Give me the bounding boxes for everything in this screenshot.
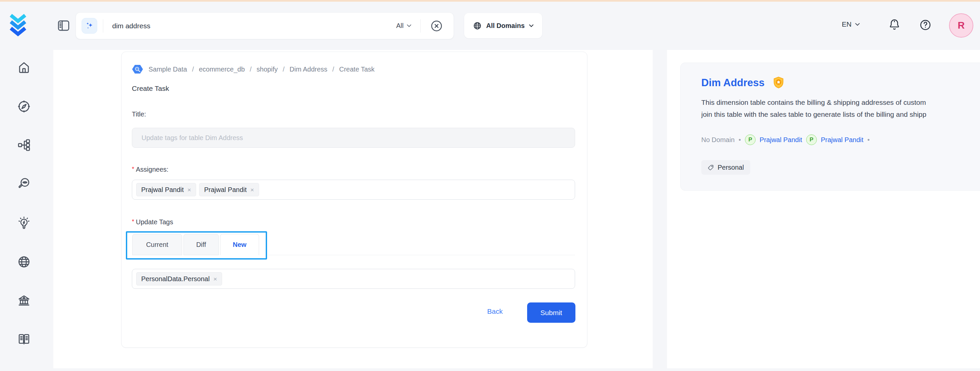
sidebar-item-governance[interactable] [17,293,31,308]
open-book-icon [17,332,31,346]
tags-input[interactable]: PersonalData.Personal × [132,269,575,289]
back-button[interactable]: Back [487,308,503,316]
update-tags-tabs: Current Diff New [132,234,259,255]
asset-tag-label: Personal [718,164,744,171]
breadcrumb-item[interactable]: ecommerce_db [199,65,245,73]
asset-title-row: Dim Address [701,76,785,89]
asset-description: This dimension table contains the billin… [701,97,980,120]
tag-chip[interactable]: PersonalData.Personal × [136,272,222,285]
breadcrumb-item[interactable]: Sample Data [148,65,187,73]
page-title: Create Task [132,84,169,92]
tag-icon [708,164,714,171]
magnifier-eye-icon [17,176,31,190]
remove-icon[interactable]: × [188,187,191,193]
chevron-down-icon [529,24,533,27]
breadcrumb-separator: / [250,65,252,73]
breadcrumb-item-current: Create Task [339,65,374,73]
app-logo[interactable] [9,13,27,37]
search-input[interactable]: dim address [112,22,396,30]
search-scope-label: All [396,22,404,30]
sidebar-item-discovery[interactable] [17,176,31,190]
breadcrumb-separator: / [192,65,194,73]
sidebar-item-web[interactable] [17,255,31,269]
tab-diff[interactable]: Diff [183,234,219,255]
sidebar-item-workflows[interactable] [17,138,31,152]
bigquery-connector-icon [132,63,143,75]
tab-current[interactable]: Current [132,234,182,255]
breadcrumb-item[interactable]: shopify [257,65,278,73]
assignee-chip-label: Prajwal Pandit [204,186,247,193]
meta-separator-dot: • [867,136,870,144]
create-task-card: Sample Data / ecommerce_db / shopify / D… [121,52,587,348]
lightbulb-bolt-icon [17,216,31,230]
sidebar-collapse-button[interactable] [57,19,71,33]
global-search-bar[interactable]: dim address All [76,12,454,39]
ai-search-badge[interactable] [81,18,97,33]
clear-search-button[interactable] [430,19,444,33]
owner-avatar: P [806,135,817,145]
remove-icon[interactable]: × [250,187,254,193]
remove-icon[interactable]: × [213,276,217,282]
breadcrumb-separator: / [332,65,334,73]
required-asterisk: * [132,166,134,172]
breadcrumb: Sample Data / ecommerce_db / shopify / D… [132,63,375,75]
title-input[interactable] [132,128,575,148]
asset-preview-panel: Dim Address This dimension table contain… [667,50,980,368]
globe-icon [17,255,31,269]
update-tags-field-label: *Update Tags [132,218,173,226]
asset-tag-chip[interactable]: Personal [701,160,750,175]
breadcrumb-separator: / [283,65,285,73]
user-avatar-initial: R [958,20,965,31]
sidebar-item-explore[interactable] [17,100,31,113]
language-label: EN [842,20,851,28]
required-asterisk: * [132,218,134,225]
owner-link[interactable]: Prajwal Pandit [821,136,864,144]
asset-description-line: This dimension table contains the billin… [701,97,980,108]
bell-icon [888,18,901,31]
asset-description-line: join this table with the sales table to … [701,108,980,120]
asset-meta-row: No Domain • P Prajwal Pandit P Prajwal P… [701,134,870,146]
tag-chip-label: PersonalData.Personal [141,275,210,283]
meta-separator-dot: • [738,136,741,144]
asset-title-link[interactable]: Dim Address [701,77,765,89]
assignees-input[interactable]: Prajwal Pandit × Prajwal Pandit × [132,180,575,200]
sidebar-item-glossary[interactable] [17,332,31,346]
workflow-tree-icon [17,138,31,152]
asset-summary-card: Dim Address This dimension table contain… [680,63,980,191]
sidebar-item-home[interactable] [17,60,31,75]
notifications-button[interactable] [888,18,901,31]
home-icon [17,60,31,75]
bank-building-icon [17,293,31,308]
language-switcher[interactable]: EN [842,20,860,28]
tab-new[interactable]: New [220,234,259,255]
sparkles-icon [85,22,94,30]
assignee-chip[interactable]: Prajwal Pandit × [136,183,196,196]
owner-link[interactable]: Prajwal Pandit [760,136,802,144]
breadcrumb-item[interactable]: Dim Address [290,65,327,73]
help-button[interactable] [919,19,932,31]
question-circle-icon [919,19,932,31]
globe-icon [473,21,482,30]
title-field-label: Title: [132,111,146,118]
close-circle-icon [430,19,443,33]
owner-avatar: P [745,135,756,145]
submit-button[interactable]: Submit [527,303,576,323]
search-divider [103,19,103,33]
search-scope-dropdown[interactable]: All [396,22,411,30]
app-root: dim address All All Domains EN [0,0,980,371]
sidebar-item-insights[interactable] [17,216,31,230]
all-domains-label: All Domains [486,22,525,30]
chevron-down-icon [855,23,860,26]
logo-chevrons-icon [9,13,27,37]
search-divider [420,19,421,33]
compass-icon [17,100,31,113]
all-domains-button[interactable]: All Domains [464,13,542,38]
chevron-down-icon [407,24,411,27]
assignee-chip[interactable]: Prajwal Pandit × [199,183,259,196]
asset-domain-label: No Domain [701,136,735,144]
panel-left-icon [57,19,71,33]
top-accent-strip [0,0,980,2]
verified-shield-badge-icon [772,76,785,89]
assignees-field-label: *Assignees: [132,166,169,173]
user-avatar[interactable]: R [949,13,973,38]
